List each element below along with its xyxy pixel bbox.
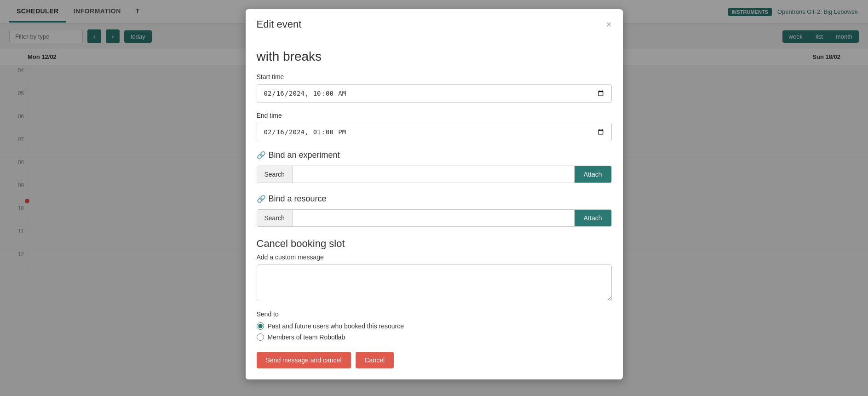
- radio-team-label: Members of team Robotlab: [268, 333, 345, 341]
- modal-body: with breaks Start time End time 🔗 Bind a…: [246, 38, 623, 379]
- cancel-button[interactable]: Cancel: [356, 352, 394, 368]
- action-buttons: Send message and cancel Cancel: [257, 352, 612, 368]
- experiment-search-input[interactable]: [293, 166, 575, 183]
- link-resource-icon: 🔗: [257, 195, 266, 203]
- edit-event-modal: Edit event × with breaks Start time End …: [246, 9, 623, 379]
- send-to-radio-group: Past and future users who booked this re…: [257, 322, 612, 341]
- send-to-label: Send to: [257, 310, 612, 318]
- bind-resource-label: Bind a resource: [269, 194, 327, 204]
- link-experiment-icon: 🔗: [257, 151, 266, 160]
- end-time-label: End time: [257, 112, 612, 119]
- start-time-label: Start time: [257, 73, 612, 80]
- cancel-booking-title: Cancel booking slot: [257, 238, 612, 250]
- custom-message-textarea[interactable]: [257, 264, 612, 301]
- event-name: with breaks: [257, 49, 612, 64]
- modal-overlay: Edit event × with breaks Start time End …: [0, 0, 868, 396]
- radio-team[interactable]: Members of team Robotlab: [257, 333, 612, 341]
- bind-experiment-label: Bind an experiment: [269, 150, 340, 160]
- resource-attach-button[interactable]: Attach: [575, 210, 611, 226]
- end-time-input[interactable]: [257, 123, 612, 141]
- radio-past-future[interactable]: Past and future users who booked this re…: [257, 322, 612, 330]
- resource-search-button[interactable]: Search: [257, 210, 293, 226]
- modal-title: Edit event: [257, 18, 302, 30]
- send-message-cancel-button[interactable]: Send message and cancel: [257, 352, 351, 368]
- start-time-input[interactable]: [257, 84, 612, 103]
- bind-resource-heading: 🔗 Bind a resource: [257, 194, 612, 204]
- experiment-search-row: Search Attach: [257, 166, 612, 183]
- modal-close-button[interactable]: ×: [606, 20, 612, 29]
- radio-past-future-input[interactable]: [257, 322, 264, 330]
- experiment-search-button[interactable]: Search: [257, 166, 293, 183]
- radio-team-input[interactable]: [257, 333, 264, 341]
- experiment-attach-button[interactable]: Attach: [575, 166, 611, 183]
- radio-past-future-label: Past and future users who booked this re…: [268, 322, 404, 330]
- custom-message-label: Add a custom message: [257, 253, 612, 261]
- bind-experiment-heading: 🔗 Bind an experiment: [257, 150, 612, 160]
- resource-search-input[interactable]: [293, 210, 575, 226]
- resource-search-row: Search Attach: [257, 209, 612, 227]
- modal-header: Edit event ×: [246, 9, 623, 38]
